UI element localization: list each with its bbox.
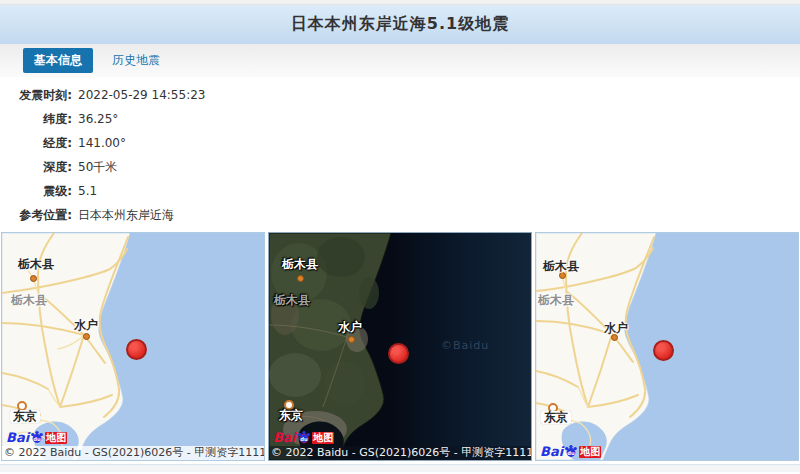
map-label-tochigi-gray: 栃木县 bbox=[11, 294, 47, 307]
city-marker bbox=[30, 275, 37, 282]
svg-text:du: du bbox=[567, 450, 575, 456]
baidu-paw-icon: du bbox=[30, 430, 44, 444]
tab-bar: 基本信息 历史地震 bbox=[0, 44, 800, 77]
epicenter-marker bbox=[388, 343, 409, 364]
city-marker bbox=[297, 275, 304, 282]
info-label: 深度: bbox=[0, 159, 72, 176]
baidu-paw-icon: du bbox=[297, 430, 311, 444]
tab-history-earthquakes[interactable]: 历史地震 bbox=[108, 48, 164, 73]
map-label-tochigi: 栃木县 bbox=[18, 258, 54, 271]
baidu-logo-text: Bai bbox=[540, 445, 563, 458]
baidu-logo-text: Bai bbox=[273, 431, 296, 444]
page-title: 日本本州东岸近海5.1级地震 bbox=[291, 14, 509, 35]
info-value: 50千米 bbox=[78, 159, 117, 176]
baidu-map-logo[interactable]: Bai du 地图 bbox=[273, 430, 334, 444]
info-row-depth: 深度: 50千米 bbox=[0, 155, 800, 179]
info-row-time: 发震时刻: 2022-05-29 14:55:23 bbox=[0, 83, 800, 107]
info-label: 经度: bbox=[0, 135, 72, 152]
svg-text:du: du bbox=[300, 436, 308, 442]
map-label-tokyo: 东京 bbox=[10, 410, 40, 423]
info-label: 震级: bbox=[0, 183, 72, 200]
baidu-paw-icon: du bbox=[564, 444, 578, 458]
info-row-magnitude: 震级: 5.1 bbox=[0, 179, 800, 203]
baidu-logo-text: Bai bbox=[6, 431, 29, 444]
info-row-longitude: 经度: 141.00° bbox=[0, 131, 800, 155]
bottom-strip bbox=[0, 464, 800, 472]
map-label-tochigi-gray: 栃木县 bbox=[274, 294, 310, 307]
baidu-map-logo[interactable]: Bai du 地图 bbox=[6, 430, 67, 444]
map-label-mito: 水户 bbox=[74, 319, 98, 332]
city-marker bbox=[611, 334, 618, 341]
map-copyright: © 2022 Baidu - GS(2021)6026号 - 甲测资字11111… bbox=[2, 446, 264, 460]
map-label-tokyo: 东京 bbox=[276, 409, 306, 422]
info-value: 36.25° bbox=[78, 112, 118, 126]
baidu-logo-map-text: 地图 bbox=[45, 432, 67, 444]
city-marker bbox=[559, 272, 566, 279]
map-label-mito: 水户 bbox=[604, 322, 628, 335]
baidu-logo-map-text: 地图 bbox=[579, 446, 601, 458]
info-value: 141.00° bbox=[78, 136, 126, 150]
map-panels: 栃木县 栃木县 水户 东京 Bai du 地图 © 2022 Baidu - G… bbox=[0, 232, 800, 461]
map-label-tochigi: 栃木县 bbox=[282, 258, 318, 271]
map-label-tokyo: 东京 bbox=[541, 411, 571, 424]
info-row-reference-location: 参考位置: 日本本州东岸近海 bbox=[0, 203, 800, 227]
map-copyright: © 2022 Baidu - GS(2021)6026号 - 甲测资字11111… bbox=[269, 446, 531, 460]
city-marker bbox=[348, 336, 355, 343]
info-label: 发震时刻: bbox=[0, 87, 72, 104]
info-label: 纬度: bbox=[0, 111, 72, 128]
baidu-logo-map-text: 地图 bbox=[312, 432, 334, 444]
map-label-tochigi-gray: 栃木县 bbox=[538, 294, 574, 307]
satellite-map-middle[interactable]: 栃木县 栃木县 水户 东京 ©Baidu Bai du 地图 © 2022 Ba… bbox=[268, 232, 532, 461]
info-value: 5.1 bbox=[78, 184, 97, 198]
page-header: 日本本州东岸近海5.1级地震 bbox=[0, 5, 800, 44]
earthquake-info-panel: 发震时刻: 2022-05-29 14:55:23 纬度: 36.25° 经度:… bbox=[0, 77, 800, 227]
epicenter-marker bbox=[653, 340, 674, 361]
info-value: 2022-05-29 14:55:23 bbox=[78, 88, 205, 102]
tab-basic-info[interactable]: 基本信息 bbox=[23, 48, 93, 73]
info-value: 日本本州东岸近海 bbox=[78, 207, 174, 224]
info-label: 参考位置: bbox=[0, 207, 72, 224]
epicenter-marker bbox=[126, 339, 147, 360]
baidu-watermark: ©Baidu bbox=[441, 339, 489, 352]
map-label-mito: 水户 bbox=[338, 321, 362, 334]
city-marker bbox=[83, 333, 90, 340]
road-map-left[interactable]: 栃木县 栃木县 水户 东京 Bai du 地图 © 2022 Baidu - G… bbox=[1, 232, 265, 461]
info-row-latitude: 纬度: 36.25° bbox=[0, 107, 800, 131]
road-map-right[interactable]: 栃木县 栃木县 水户 东京 Bai du 地图 bbox=[535, 232, 799, 461]
svg-text:du: du bbox=[33, 436, 41, 442]
map-label-tochigi: 栃木县 bbox=[543, 260, 579, 273]
baidu-map-logo[interactable]: Bai du 地图 bbox=[540, 444, 601, 458]
